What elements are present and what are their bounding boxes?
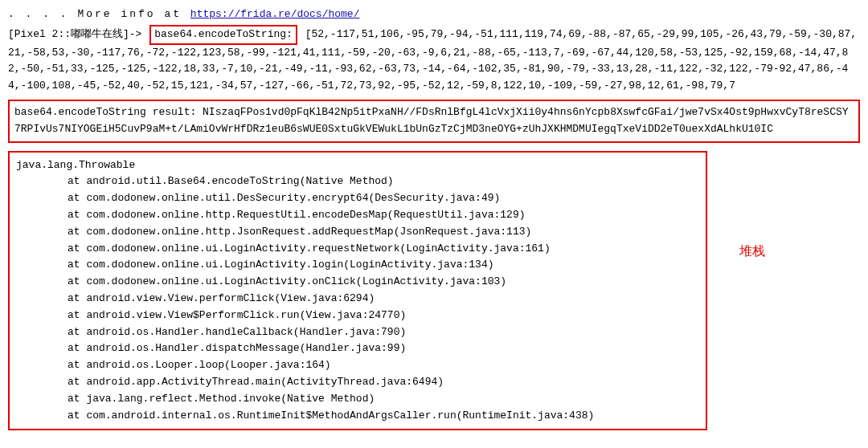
frida-docs-link[interactable]: https://frida.re/docs/home/ bbox=[190, 8, 360, 20]
stack-line: at android.app.ActivityThread.main(Activ… bbox=[16, 374, 699, 391]
stack-line: at android.view.View.performClick(View.j… bbox=[16, 291, 699, 307]
stack-annotation-label: 堆栈 bbox=[739, 241, 765, 262]
result-block: base64.encodeToString result: NIszaqFPos… bbox=[8, 100, 860, 143]
stack-line: at com.dodonew.online.util.DesSecurity.e… bbox=[16, 190, 699, 207]
stack-line: at com.dodonew.online.http.RequestUtil.e… bbox=[16, 207, 699, 224]
device-prompt: [Pixel 2::嘟嘟牛在线]-> bbox=[8, 28, 148, 40]
stack-line: at java.lang.reflect.Method.invoke(Nativ… bbox=[16, 391, 699, 408]
stack-line: at android.util.Base64.encodeToString(Na… bbox=[16, 173, 699, 190]
stack-line: at com.dodonew.online.ui.LoginActivity.l… bbox=[16, 257, 699, 274]
stack-line: at com.dodonew.online.http.JsonRequest.a… bbox=[16, 224, 699, 241]
stack-line: at com.dodonew.online.ui.LoginActivity.o… bbox=[16, 274, 699, 291]
call-label-highlight: base64.encodeToString: bbox=[149, 25, 297, 45]
stack-line: at com.android.internal.os.RuntimeInit$M… bbox=[16, 408, 699, 425]
stack-line: at android.os.Handler.dispatchMessage(Ha… bbox=[16, 340, 699, 357]
result-label: base64.encodeToString result: bbox=[14, 106, 203, 118]
stack-line: at com.dodonew.online.ui.LoginActivity.r… bbox=[16, 241, 699, 258]
stack-line: at android.os.Looper.loop(Looper.java:16… bbox=[16, 357, 699, 374]
stack-line: at android.view.View$PerformClick.run(Vi… bbox=[16, 307, 699, 324]
stack-trace-block: java.lang.Throwable at android.util.Base… bbox=[8, 151, 707, 431]
info-prefix: . . . . More info at bbox=[8, 8, 190, 20]
stack-line: at android.os.Handler.handleCallback(Han… bbox=[16, 324, 699, 341]
info-line: . . . . More info at https://frida.re/do… bbox=[8, 6, 860, 23]
stack-header: java.lang.Throwable bbox=[16, 157, 699, 174]
frida-prompt-line: [Pixel 2::嘟嘟牛在线]-> base64.encodeToString… bbox=[8, 25, 860, 95]
